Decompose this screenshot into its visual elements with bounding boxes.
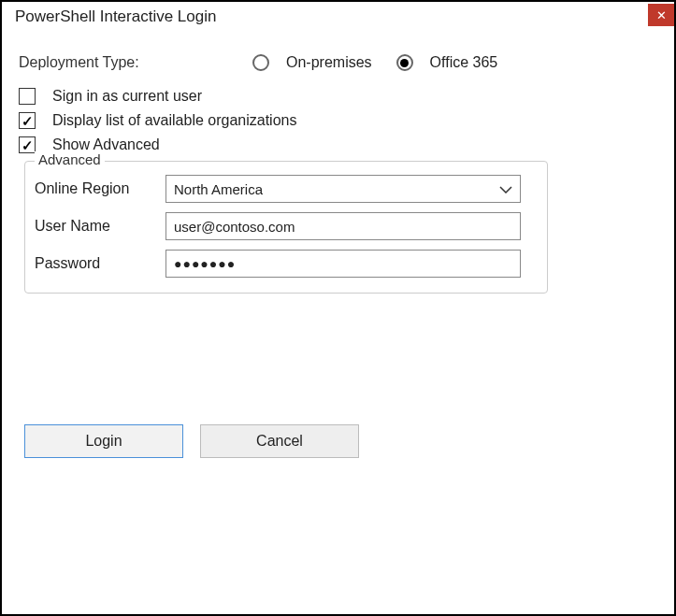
checkbox-sign-in-current-label: Sign in as current user: [52, 88, 202, 105]
login-window: PowerShell Interactive Login ✕ Deploymen…: [0, 0, 676, 616]
display-orgs-row: Display list of available organizations: [19, 112, 657, 129]
online-region-row: Online Region North America: [35, 175, 534, 203]
cancel-button[interactable]: Cancel: [200, 424, 359, 458]
window-title: PowerShell Interactive Login: [15, 7, 216, 26]
password-label: Password: [35, 255, 165, 272]
advanced-fieldset: Advanced Online Region North America Use…: [24, 161, 548, 294]
password-row: Password ●●●●●●●: [35, 250, 534, 278]
deployment-radio-group: On-premises Office 365: [252, 54, 511, 71]
online-region-value: North America: [174, 181, 263, 197]
password-input[interactable]: ●●●●●●●: [165, 250, 521, 278]
show-advanced-row: Show Advanced: [19, 136, 657, 153]
radio-office-365-label[interactable]: Office 365: [430, 54, 498, 71]
checkbox-show-advanced[interactable]: [19, 136, 36, 153]
close-button[interactable]: ✕: [648, 4, 674, 26]
radio-on-premises[interactable]: [252, 54, 269, 71]
content-area: Deployment Type: On-premises Office 365 …: [2, 36, 674, 475]
titlebar: PowerShell Interactive Login ✕: [2, 2, 674, 36]
checkbox-sign-in-current[interactable]: [19, 88, 36, 105]
login-button-label: Login: [85, 433, 122, 450]
button-row: Login Cancel: [24, 424, 657, 458]
login-button[interactable]: Login: [24, 424, 183, 458]
deployment-label: Deployment Type:: [19, 54, 252, 71]
online-region-label: Online Region: [35, 180, 165, 197]
close-icon: ✕: [656, 8, 667, 22]
checkbox-display-orgs[interactable]: [19, 112, 36, 129]
cancel-button-label: Cancel: [256, 433, 303, 450]
sign-in-current-row: Sign in as current user: [19, 88, 657, 105]
online-region-select[interactable]: North America: [165, 175, 521, 203]
username-value: user@contoso.com: [174, 219, 295, 235]
radio-on-premises-label[interactable]: On-premises: [286, 54, 372, 71]
chevron-down-icon: [499, 181, 512, 196]
username-row: User Name user@contoso.com: [35, 212, 534, 240]
checkbox-display-orgs-label: Display list of available organizations: [52, 112, 296, 129]
radio-office-365[interactable]: [396, 54, 413, 71]
username-input[interactable]: user@contoso.com: [165, 212, 521, 240]
advanced-legend: Advanced: [35, 151, 105, 167]
deployment-row: Deployment Type: On-premises Office 365: [19, 54, 657, 71]
password-value: ●●●●●●●: [174, 256, 236, 271]
username-label: User Name: [35, 218, 165, 235]
